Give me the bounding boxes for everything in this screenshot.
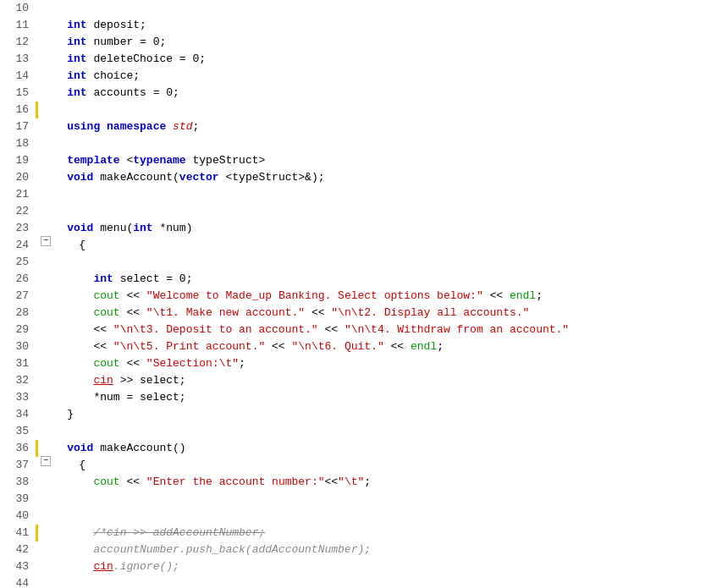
line-number-37: 37 bbox=[7, 457, 29, 474]
code-editor: 1011121314151617181920212223242526272829… bbox=[0, 0, 706, 588]
token-plain: << bbox=[265, 338, 291, 355]
code-line-32: cin >> select; bbox=[41, 372, 706, 389]
code-line-20: void makeAccount(vector <typeStruct>&); bbox=[41, 169, 706, 186]
code-line-14: int choice; bbox=[41, 68, 706, 85]
token-plain bbox=[100, 118, 107, 135]
token-kw-using: using bbox=[67, 118, 100, 135]
code-line-41: /*cin >> addAccountNumber; bbox=[41, 525, 706, 541]
token-comment-line: accountNumber.push_back(addAccountNumber… bbox=[93, 541, 371, 558]
code-line-30: << "\n\t5. Print account." << "\n\t6. Qu… bbox=[41, 338, 706, 355]
token-plain bbox=[41, 372, 93, 389]
token-kw-int: int bbox=[67, 68, 86, 85]
code-line-36: void makeAccount() bbox=[41, 440, 706, 457]
token-plain: >> select; bbox=[113, 372, 186, 389]
line-number-14: 14 bbox=[7, 68, 29, 85]
code-lines: int deposit; int number = 0; int deleteC… bbox=[36, 0, 706, 588]
code-line-21 bbox=[41, 186, 706, 203]
token-kw-std: std bbox=[173, 118, 192, 135]
code-line-26: int select = 0; bbox=[41, 271, 706, 288]
token-plain bbox=[41, 474, 93, 491]
code-line-10 bbox=[41, 0, 706, 17]
token-str: "Enter the account number:" bbox=[146, 474, 325, 491]
token-plain bbox=[41, 51, 67, 68]
line-number-42: 42 bbox=[7, 541, 29, 558]
token-plain: { bbox=[79, 457, 85, 474]
token-str: "\n\t3. Deposit to an account." bbox=[113, 321, 318, 338]
token-plain: ; bbox=[437, 338, 444, 355]
code-line-13: int deleteChoice = 0; bbox=[41, 51, 706, 68]
token-str: "Welcome to Made_up Banking. Select opti… bbox=[146, 288, 483, 305]
line-number-43: 43 bbox=[7, 558, 29, 575]
token-plain: select = 0; bbox=[113, 271, 193, 288]
token-plain: << bbox=[41, 321, 113, 338]
token-plain: choice; bbox=[87, 68, 140, 85]
code-line-25 bbox=[41, 254, 706, 271]
line-number-44: 44 bbox=[7, 575, 29, 588]
token-plain bbox=[41, 305, 93, 321]
code-line-44 bbox=[41, 575, 706, 588]
token-plain: ; bbox=[364, 474, 371, 491]
token-kw-endl: endl bbox=[411, 338, 437, 355]
line-number-13: 13 bbox=[7, 51, 29, 68]
line-number-21: 21 bbox=[7, 186, 29, 203]
token-plain bbox=[41, 118, 67, 135]
token-str: "\n\t2. Display all accounts." bbox=[331, 305, 529, 321]
token-plain: << bbox=[120, 474, 146, 491]
token-kw-endl: endl bbox=[510, 288, 536, 305]
token-plain bbox=[41, 17, 67, 34]
token-kw-int: int bbox=[133, 220, 152, 237]
line-number-38: 38 bbox=[7, 474, 29, 491]
token-kw-int: int bbox=[93, 271, 113, 288]
token-plain bbox=[41, 355, 93, 372]
token-plain: *num = select; bbox=[41, 389, 186, 406]
token-kw-int: int bbox=[67, 51, 86, 68]
token-kw-int: int bbox=[67, 34, 86, 51]
line-number-35: 35 bbox=[7, 423, 29, 440]
code-line-43: cin.ignore(); bbox=[41, 558, 706, 575]
token-plain: << bbox=[120, 355, 146, 372]
code-line-42: accountNumber.push_back(addAccountNumber… bbox=[41, 541, 706, 558]
token-kw-void: void bbox=[67, 220, 93, 237]
line-number-25: 25 bbox=[7, 254, 29, 271]
token-plain: << bbox=[120, 288, 146, 305]
line-number-19: 19 bbox=[7, 152, 29, 169]
line-number-26: 26 bbox=[7, 271, 29, 288]
token-str: "\n\t5. Print account." bbox=[113, 338, 265, 355]
token-kw-void: void bbox=[67, 440, 93, 457]
token-plain: deleteChoice = 0; bbox=[87, 51, 206, 68]
code-line-31: cout << "Selection:\t"; bbox=[41, 355, 706, 372]
token-plain bbox=[166, 118, 173, 135]
token-str: "\n\t4. Withdraw from an account." bbox=[345, 321, 569, 338]
token-plain bbox=[41, 34, 67, 51]
line-number-31: 31 bbox=[7, 355, 29, 372]
line-number-22: 22 bbox=[7, 203, 29, 220]
line-number-16: 16 bbox=[7, 102, 29, 118]
token-plain bbox=[41, 152, 67, 169]
token-str: "\t1. Make new account." bbox=[146, 305, 305, 321]
token-kw-cin: cin bbox=[93, 372, 113, 389]
token-plain bbox=[41, 558, 93, 575]
code-line-38: cout << "Enter the account number:"<<"\t… bbox=[41, 474, 706, 491]
token-comment: /*cin >> addAccountNumber; bbox=[93, 525, 265, 541]
line-number-12: 12 bbox=[7, 34, 29, 51]
line-number-17: 17 bbox=[7, 118, 29, 135]
token-plain: << bbox=[318, 321, 345, 338]
line-number-40: 40 bbox=[7, 508, 29, 525]
token-plain: deposit; bbox=[87, 17, 146, 34]
line-number-28: 28 bbox=[7, 305, 29, 321]
fold-icon-24[interactable]: − bbox=[41, 236, 51, 246]
fold-icon-37[interactable]: − bbox=[41, 456, 51, 466]
token-kw-cout: cout bbox=[93, 288, 119, 305]
code-line-29: << "\n\t3. Deposit to an account." << "\… bbox=[41, 321, 706, 338]
token-kw-cout: cout bbox=[93, 474, 119, 491]
line-number-30: 30 bbox=[7, 338, 29, 355]
token-plain: makeAccount( bbox=[93, 169, 179, 186]
token-plain: << bbox=[41, 338, 113, 355]
line-number-32: 32 bbox=[7, 372, 29, 389]
line-number-20: 20 bbox=[7, 169, 29, 186]
code-line-11: int deposit; bbox=[41, 17, 706, 34]
token-plain bbox=[41, 288, 93, 305]
code-container: 1011121314151617181920212223242526272829… bbox=[0, 0, 706, 588]
code-line-37: − { bbox=[41, 457, 706, 474]
line-number-11: 11 bbox=[7, 17, 29, 34]
